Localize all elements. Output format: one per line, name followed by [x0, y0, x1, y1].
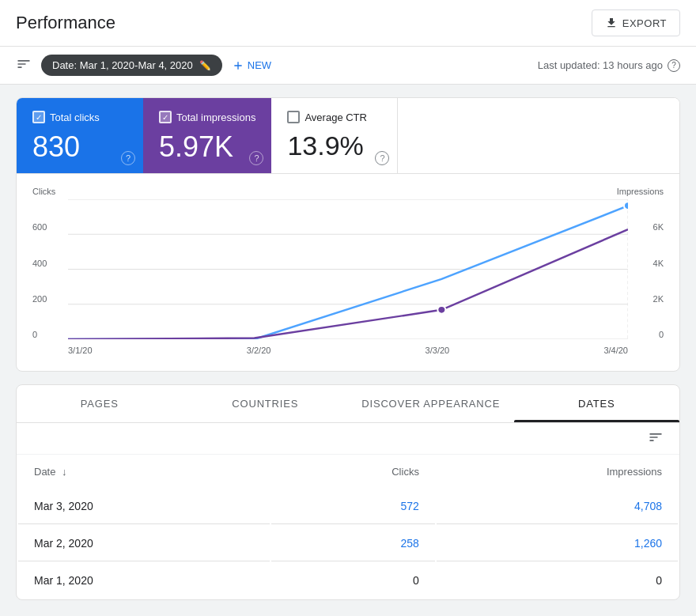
table-cell-clicks: 572 — [271, 489, 435, 524]
table-toolbar — [17, 423, 679, 455]
metric-total-impressions: ✓ Total impressions 5.97K ? — [143, 98, 271, 173]
metrics-row: ✓ Total clicks 830 ? ✓ Total impressions — [17, 98, 679, 173]
chart-svg — [68, 199, 628, 339]
tab-discover-appearance[interactable]: DISCOVER APPEARANCE — [348, 385, 514, 422]
plus-icon — [232, 59, 244, 72]
col-header-clicks: Clicks — [271, 456, 435, 487]
new-button[interactable]: NEW — [232, 59, 271, 72]
total-impressions-value: 5.97K — [159, 130, 255, 164]
total-clicks-value: 830 — [32, 130, 127, 164]
page-container: Performance EXPORT Date: Mar 1, 2020-Mar… — [0, 0, 696, 616]
filter-icon[interactable] — [16, 56, 32, 74]
svg-point-7 — [437, 306, 445, 314]
average-ctr-checkbox[interactable] — [287, 111, 300, 123]
last-updated: Last updated: 13 hours ago ? — [538, 59, 680, 72]
total-clicks-checkbox[interactable]: ✓ — [32, 111, 45, 123]
main-content: ✓ Total clicks 830 ? ✓ Total impressions — [0, 85, 696, 613]
tab-pages[interactable]: PAGES — [17, 385, 183, 422]
tab-bar: PAGES COUNTRIES DISCOVER APPEARANCE DATE… — [17, 385, 679, 423]
svg-point-6 — [624, 202, 628, 210]
filter-rows-icon[interactable] — [648, 429, 664, 448]
chart-area: Clicks 600 400 200 0 Impressions 6K 4K 2… — [17, 173, 679, 371]
x-label-2: 3/2/20 — [247, 346, 271, 355]
table-cell-impressions: 0 — [437, 563, 678, 598]
average-ctr-label: Average CTR — [287, 111, 381, 123]
table-cell-clicks: 0 — [271, 563, 435, 598]
average-ctr-value: 13.9% — [287, 130, 381, 162]
metric-empty — [398, 98, 679, 173]
table-cell-clicks: 258 — [271, 526, 435, 561]
table-cell-date: Mar 3, 2020 — [18, 489, 270, 524]
total-impressions-help-icon[interactable]: ? — [249, 151, 263, 165]
metric-average-ctr: Average CTR 13.9% ? — [271, 98, 398, 173]
metrics-card: ✓ Total clicks 830 ? ✓ Total impressions — [16, 97, 680, 372]
tab-countries[interactable]: COUNTRIES — [183, 385, 349, 422]
date-filter-label: Date: Mar 1, 2020-Mar 4, 2020 — [52, 59, 193, 71]
table-card: PAGES COUNTRIES DISCOVER APPEARANCE DATE… — [16, 384, 680, 600]
export-button[interactable]: EXPORT — [592, 9, 680, 36]
col-header-date[interactable]: Date ↓ — [18, 456, 270, 487]
toolbar-left: Date: Mar 1, 2020-Mar 4, 2020 ✏️ NEW — [16, 55, 271, 76]
table-cell-impressions: 1,260 — [437, 526, 678, 561]
x-label-1: 3/1/20 — [68, 346, 93, 355]
edit-icon: ✏️ — [199, 60, 211, 71]
x-label-4: 3/4/20 — [603, 346, 628, 355]
date-filter-pill[interactable]: Date: Mar 1, 2020-Mar 4, 2020 ✏️ — [41, 55, 222, 76]
last-updated-help-icon[interactable]: ? — [668, 59, 680, 72]
metric-total-clicks: ✓ Total clicks 830 ? — [17, 98, 143, 173]
data-table: Date ↓ Clicks Impressions Mar 3, 2020572… — [17, 455, 679, 599]
total-clicks-help-icon[interactable]: ? — [121, 151, 135, 165]
average-ctr-help-icon[interactable]: ? — [375, 151, 389, 165]
tab-dates[interactable]: DATES — [514, 385, 680, 422]
y-axis-right-label: Impressions — [617, 187, 664, 196]
table-cell-date: Mar 2, 2020 — [18, 526, 270, 561]
total-impressions-checkbox[interactable]: ✓ — [159, 111, 172, 123]
x-label-3: 3/3/20 — [426, 346, 450, 355]
header: Performance EXPORT — [0, 0, 696, 47]
total-clicks-label: ✓ Total clicks — [32, 111, 127, 123]
table-cell-impressions: 4,708 — [437, 489, 678, 524]
table-row: Mar 2, 20202581,260 — [18, 526, 678, 561]
download-icon — [605, 17, 618, 29]
sort-arrow-icon: ↓ — [62, 466, 67, 478]
page-title: Performance — [16, 13, 115, 33]
table-cell-date: Mar 1, 2020 — [18, 563, 270, 598]
col-header-impressions: Impressions — [437, 456, 678, 487]
table-row: Mar 1, 202000 — [18, 563, 678, 598]
total-impressions-label: ✓ Total impressions — [159, 111, 255, 123]
table-row: Mar 3, 20205724,708 — [18, 489, 678, 524]
toolbar: Date: Mar 1, 2020-Mar 4, 2020 ✏️ NEW Las… — [0, 47, 696, 85]
y-axis-left-label: Clicks — [32, 187, 55, 196]
